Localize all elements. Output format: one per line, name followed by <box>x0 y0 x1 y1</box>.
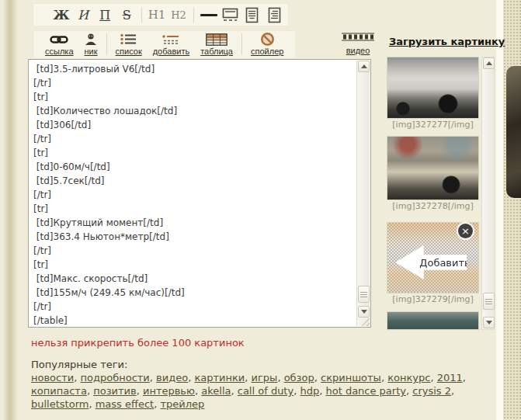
link-icon <box>50 33 68 46</box>
tag-link[interactable]: копипаста <box>31 385 87 397</box>
tag-link[interactable]: новости <box>31 372 74 384</box>
upload-image-link[interactable]: Загрузить картинку <box>389 36 505 47</box>
spoiler-icon <box>260 33 275 46</box>
attachment-thumbnail-image[interactable] <box>387 311 479 330</box>
tag-separator: , <box>381 372 387 384</box>
tag-separator: , <box>463 372 466 384</box>
page-right-border <box>496 0 503 420</box>
bold-button[interactable]: Ж <box>52 5 71 25</box>
underline-button[interactable]: П <box>96 5 114 25</box>
scroll-up-button[interactable] <box>358 61 370 72</box>
remove-attachment-button[interactable]: × <box>458 224 473 238</box>
tag-separator: , <box>277 372 283 384</box>
tag-separator: , <box>430 372 436 384</box>
attachment-img-tag[interactable]: [img]327279[/img] <box>387 293 479 305</box>
heading1-button[interactable]: H1 <box>148 5 166 25</box>
tag-link[interactable]: игры <box>252 372 278 384</box>
heading2-button[interactable]: H2 <box>169 5 188 25</box>
attachments-panel: [img]327277[/img] [img]327278[/img] × До… <box>387 57 479 330</box>
background-image-fragment <box>506 66 521 198</box>
attachments-scrollbar[interactable] <box>481 57 495 330</box>
tag-link[interactable]: позитив <box>93 385 137 397</box>
tag-separator: , <box>231 385 237 397</box>
page-left-border <box>4 0 17 420</box>
attachment-item <box>387 311 479 330</box>
insert-video-label: видео <box>346 46 370 56</box>
tag-link[interactable]: конкурс <box>387 372 430 384</box>
attachment-thumbnail-image[interactable] <box>387 136 479 200</box>
attachment-item: [img]327278[/img] <box>387 136 479 212</box>
horizontal-rule-button[interactable] <box>200 5 218 25</box>
strikethrough-button[interactable]: S <box>117 5 136 25</box>
horizontal-rule-icon <box>200 14 217 16</box>
tag-separator: , <box>87 385 93 397</box>
insert-table-button[interactable]: таблица <box>195 33 238 57</box>
tag-separator: , <box>451 385 454 397</box>
format-toolbar: Ж И П S H1 H2 <box>33 3 289 26</box>
scroll-down-button[interactable] <box>358 306 370 318</box>
quote-button[interactable] <box>221 5 240 25</box>
insert-nick-button[interactable]: ник <box>79 33 103 57</box>
insert-list-item-label: добавить <box>153 47 189 57</box>
insert-video-button[interactable]: видео <box>339 31 377 57</box>
post-editor-page: Ж И П S H1 H2 <box>0 0 521 420</box>
tag-link[interactable]: call of duty <box>238 385 293 397</box>
insert-link-button[interactable]: ссылка <box>40 33 79 57</box>
tag-link[interactable]: hot dance party <box>325 385 406 397</box>
tag-link[interactable]: 2011 <box>437 372 463 384</box>
editor-scrollbar-thumb[interactable] <box>358 286 370 303</box>
list-add-icon <box>162 33 179 46</box>
attachments-scrollbar-thumb[interactable] <box>483 293 495 310</box>
tag-link[interactable]: akella <box>201 385 231 397</box>
scroll-down-button[interactable] <box>483 317 495 328</box>
attachment-item: [img]327277[/img] <box>387 57 479 130</box>
arrow-down-icon <box>486 321 492 325</box>
tag-separator: , <box>406 385 412 397</box>
italic-button[interactable]: И <box>74 5 92 25</box>
insert-spoiler-label: спойлер <box>251 47 283 57</box>
toolbar-divider <box>141 7 142 23</box>
tag-link[interactable]: картинки <box>194 372 245 384</box>
attachment-limit-notice: нельзя прикрепить более 100 картинок <box>31 337 245 349</box>
tag-separator: , <box>314 372 321 384</box>
toolbar-divider <box>241 33 242 55</box>
person-icon <box>85 33 97 46</box>
tag-link[interactable]: crysis 2 <box>412 385 451 397</box>
editor-scrollbar[interactable] <box>356 61 370 326</box>
attachment-thumbnail-image[interactable] <box>387 57 479 119</box>
tag-link[interactable]: видео <box>156 372 188 384</box>
bbcode-editor: [td]3.5-литровый V6[/td] [/tr] [tr] [td]… <box>28 59 371 328</box>
tag-link[interactable]: подробности <box>81 372 150 384</box>
tag-link[interactable]: обзор <box>284 372 314 384</box>
insert-nick-label: ник <box>85 47 98 57</box>
comment-icon <box>222 7 239 23</box>
tag-link[interactable]: bulletstorm <box>31 398 89 410</box>
block-center-button[interactable] <box>243 5 262 25</box>
insert-spoiler-button[interactable]: спойлер <box>245 33 289 57</box>
popular-tags-title: Популярные теги: <box>31 358 496 371</box>
tag-separator: , <box>137 385 143 397</box>
attachment-img-tag[interactable]: [img]327277[/img] <box>387 119 479 130</box>
arrow-up-icon <box>486 61 492 65</box>
tag-separator: , <box>89 398 95 410</box>
tag-link[interactable]: скриншоты <box>321 372 381 384</box>
film-icon <box>342 32 374 44</box>
tag-link[interactable]: трейлер <box>160 398 204 410</box>
list-icon <box>120 33 137 46</box>
tag-link[interactable]: hdp <box>300 385 319 397</box>
popular-tags-block: Популярные теги: новости, подробности, в… <box>31 358 496 411</box>
insert-list-button[interactable]: список <box>110 33 148 57</box>
insert-list-item-button[interactable]: добавить <box>148 33 195 57</box>
tag-separator: , <box>195 385 201 397</box>
tag-link[interactable]: mass effect <box>96 398 155 410</box>
tag-separator: , <box>74 372 80 384</box>
scroll-up-button[interactable] <box>483 57 495 69</box>
attachment-img-tag[interactable]: [img]327278[/img] <box>387 200 479 212</box>
post-body-textarea[interactable]: [td]3.5-литровый V6[/td] [/tr] [tr] [td]… <box>29 60 356 327</box>
tag-link[interactable]: интервью <box>143 385 195 397</box>
block-right-button[interactable] <box>265 5 283 25</box>
tag-separator: , <box>245 372 251 384</box>
text-block-right-icon <box>268 7 281 23</box>
toolbar-divider <box>193 7 194 23</box>
insert-toolbar: ссылка ник <box>33 30 296 59</box>
